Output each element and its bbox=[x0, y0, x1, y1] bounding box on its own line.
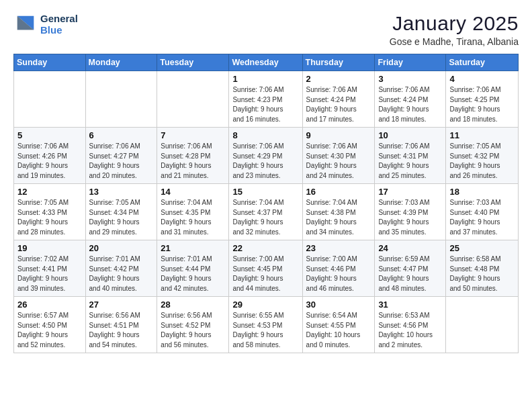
weekday-header-row: SundayMondayTuesdayWednesdayThursdayFrid… bbox=[14, 54, 519, 71]
calendar-cell: 15Sunrise: 7:04 AMSunset: 4:37 PMDayligh… bbox=[229, 184, 302, 240]
day-info: Sunrise: 7:06 AMSunset: 4:25 PMDaylight:… bbox=[449, 85, 515, 124]
day-info: Sunrise: 7:02 AMSunset: 4:41 PMDaylight:… bbox=[17, 255, 82, 293]
day-info: Sunrise: 7:04 AMSunset: 4:38 PMDaylight:… bbox=[306, 198, 371, 237]
calendar-cell: 10Sunrise: 7:06 AMSunset: 4:31 PMDayligh… bbox=[375, 128, 446, 184]
day-info: Sunrise: 7:05 AMSunset: 4:33 PMDaylight:… bbox=[17, 198, 82, 237]
calendar-cell: 16Sunrise: 7:04 AMSunset: 4:38 PMDayligh… bbox=[302, 184, 375, 240]
logo-blue-text: Blue bbox=[40, 24, 78, 36]
calendar-cell: 4Sunrise: 7:06 AMSunset: 4:25 PMDaylight… bbox=[446, 71, 519, 128]
calendar-cell: 19Sunrise: 7:02 AMSunset: 4:41 PMDayligh… bbox=[14, 240, 86, 297]
weekday-header-saturday: Saturday bbox=[446, 54, 519, 71]
calendar-cell: 26Sunrise: 6:57 AMSunset: 4:50 PMDayligh… bbox=[14, 297, 86, 353]
day-number: 4 bbox=[449, 74, 515, 84]
day-number: 6 bbox=[89, 130, 154, 140]
day-number: 8 bbox=[232, 130, 298, 140]
calendar-cell: 22Sunrise: 7:00 AMSunset: 4:45 PMDayligh… bbox=[229, 240, 302, 297]
weekday-header-wednesday: Wednesday bbox=[229, 54, 302, 71]
day-number: 21 bbox=[161, 243, 225, 253]
logo-icon bbox=[13, 12, 38, 36]
calendar-cell: 1Sunrise: 7:06 AMSunset: 4:23 PMDaylight… bbox=[229, 71, 302, 128]
logo-text: General Blue bbox=[40, 13, 78, 36]
day-info: Sunrise: 7:05 AMSunset: 4:34 PMDaylight:… bbox=[89, 198, 154, 237]
calendar-week-row: 19Sunrise: 7:02 AMSunset: 4:41 PMDayligh… bbox=[14, 240, 519, 297]
day-info: Sunrise: 7:05 AMSunset: 4:32 PMDaylight:… bbox=[449, 142, 515, 181]
day-number: 20 bbox=[89, 243, 154, 253]
weekday-header-sunday: Sunday bbox=[14, 54, 86, 71]
day-info: Sunrise: 7:06 AMSunset: 4:24 PMDaylight:… bbox=[306, 85, 371, 124]
main-title: January 2025 bbox=[390, 12, 519, 35]
calendar-table: SundayMondayTuesdayWednesdayThursdayFrid… bbox=[13, 54, 519, 353]
calendar-cell: 3Sunrise: 7:06 AMSunset: 4:24 PMDaylight… bbox=[375, 71, 446, 128]
calendar-cell: 9Sunrise: 7:06 AMSunset: 4:30 PMDaylight… bbox=[302, 128, 375, 184]
calendar-cell: 23Sunrise: 7:00 AMSunset: 4:46 PMDayligh… bbox=[302, 240, 375, 297]
calendar-cell: 7Sunrise: 7:06 AMSunset: 4:28 PMDaylight… bbox=[157, 128, 229, 184]
day-info: Sunrise: 6:53 AMSunset: 4:56 PMDaylight:… bbox=[378, 311, 442, 350]
calendar-cell bbox=[446, 297, 519, 353]
calendar-cell: 8Sunrise: 7:06 AMSunset: 4:29 PMDaylight… bbox=[229, 128, 302, 184]
day-info: Sunrise: 6:56 AMSunset: 4:52 PMDaylight:… bbox=[161, 311, 225, 350]
subtitle: Gose e Madhe, Tirana, Albania bbox=[390, 36, 519, 47]
day-info: Sunrise: 7:04 AMSunset: 4:35 PMDaylight:… bbox=[161, 198, 225, 237]
day-number: 27 bbox=[89, 300, 154, 310]
calendar-cell bbox=[85, 71, 157, 128]
weekday-header-tuesday: Tuesday bbox=[157, 54, 229, 71]
calendar-cell: 2Sunrise: 7:06 AMSunset: 4:24 PMDaylight… bbox=[302, 71, 375, 128]
day-info: Sunrise: 7:06 AMSunset: 4:23 PMDaylight:… bbox=[232, 85, 298, 124]
header: General Blue January 2025 Gose e Madhe, … bbox=[13, 12, 519, 47]
day-info: Sunrise: 7:04 AMSunset: 4:37 PMDaylight:… bbox=[232, 198, 298, 237]
calendar-cell: 6Sunrise: 7:06 AMSunset: 4:27 PMDaylight… bbox=[85, 128, 157, 184]
calendar-cell: 17Sunrise: 7:03 AMSunset: 4:39 PMDayligh… bbox=[375, 184, 446, 240]
day-info: Sunrise: 7:06 AMSunset: 4:30 PMDaylight:… bbox=[306, 142, 371, 181]
calendar-cell: 31Sunrise: 6:53 AMSunset: 4:56 PMDayligh… bbox=[375, 297, 446, 353]
day-number: 22 bbox=[232, 243, 298, 253]
day-info: Sunrise: 6:59 AMSunset: 4:47 PMDaylight:… bbox=[378, 255, 442, 293]
day-info: Sunrise: 7:01 AMSunset: 4:44 PMDaylight:… bbox=[161, 255, 225, 293]
day-info: Sunrise: 6:57 AMSunset: 4:50 PMDaylight:… bbox=[17, 311, 82, 350]
day-number: 24 bbox=[378, 243, 442, 253]
day-number: 31 bbox=[378, 300, 442, 310]
day-info: Sunrise: 7:03 AMSunset: 4:39 PMDaylight:… bbox=[378, 198, 442, 237]
weekday-header-friday: Friday bbox=[375, 54, 446, 71]
day-number: 10 bbox=[378, 130, 442, 140]
day-number: 3 bbox=[378, 74, 442, 84]
day-number: 17 bbox=[378, 187, 442, 197]
day-info: Sunrise: 6:55 AMSunset: 4:53 PMDaylight:… bbox=[232, 311, 298, 350]
day-info: Sunrise: 7:06 AMSunset: 4:24 PMDaylight:… bbox=[378, 85, 442, 124]
day-info: Sunrise: 7:06 AMSunset: 4:28 PMDaylight:… bbox=[161, 142, 225, 181]
day-number: 12 bbox=[17, 187, 82, 197]
calendar-cell: 12Sunrise: 7:05 AMSunset: 4:33 PMDayligh… bbox=[14, 184, 86, 240]
day-info: Sunrise: 7:06 AMSunset: 4:26 PMDaylight:… bbox=[17, 142, 82, 181]
calendar-body: 1Sunrise: 7:06 AMSunset: 4:23 PMDaylight… bbox=[14, 71, 519, 353]
weekday-header-thursday: Thursday bbox=[302, 54, 375, 71]
day-number: 26 bbox=[17, 300, 82, 310]
day-info: Sunrise: 7:06 AMSunset: 4:31 PMDaylight:… bbox=[378, 142, 442, 181]
calendar-cell bbox=[157, 71, 229, 128]
day-info: Sunrise: 7:06 AMSunset: 4:29 PMDaylight:… bbox=[232, 142, 298, 181]
day-number: 28 bbox=[161, 300, 225, 310]
day-number: 23 bbox=[306, 243, 371, 253]
day-number: 19 bbox=[17, 243, 82, 253]
calendar-week-row: 26Sunrise: 6:57 AMSunset: 4:50 PMDayligh… bbox=[14, 297, 519, 353]
calendar-week-row: 1Sunrise: 7:06 AMSunset: 4:23 PMDaylight… bbox=[14, 71, 519, 128]
logo: General Blue bbox=[13, 12, 78, 36]
calendar-cell: 25Sunrise: 6:58 AMSunset: 4:48 PMDayligh… bbox=[446, 240, 519, 297]
calendar-cell: 5Sunrise: 7:06 AMSunset: 4:26 PMDaylight… bbox=[14, 128, 86, 184]
day-number: 11 bbox=[449, 130, 515, 140]
calendar-cell: 13Sunrise: 7:05 AMSunset: 4:34 PMDayligh… bbox=[85, 184, 157, 240]
day-info: Sunrise: 7:01 AMSunset: 4:42 PMDaylight:… bbox=[89, 255, 154, 293]
calendar-cell: 29Sunrise: 6:55 AMSunset: 4:53 PMDayligh… bbox=[229, 297, 302, 353]
day-info: Sunrise: 6:58 AMSunset: 4:48 PMDaylight:… bbox=[449, 255, 515, 293]
day-number: 2 bbox=[306, 74, 371, 84]
logo-general-text: General bbox=[40, 13, 78, 24]
day-number: 14 bbox=[161, 187, 225, 197]
title-block: January 2025 Gose e Madhe, Tirana, Alban… bbox=[390, 12, 519, 47]
page: General Blue January 2025 Gose e Madhe, … bbox=[0, 0, 532, 411]
day-number: 18 bbox=[449, 187, 515, 197]
calendar-cell: 11Sunrise: 7:05 AMSunset: 4:32 PMDayligh… bbox=[446, 128, 519, 184]
calendar-cell: 20Sunrise: 7:01 AMSunset: 4:42 PMDayligh… bbox=[85, 240, 157, 297]
calendar-cell: 18Sunrise: 7:03 AMSunset: 4:40 PMDayligh… bbox=[446, 184, 519, 240]
day-number: 15 bbox=[232, 187, 298, 197]
day-number: 9 bbox=[306, 130, 371, 140]
day-info: Sunrise: 7:00 AMSunset: 4:45 PMDaylight:… bbox=[232, 255, 298, 293]
weekday-header-monday: Monday bbox=[85, 54, 157, 71]
